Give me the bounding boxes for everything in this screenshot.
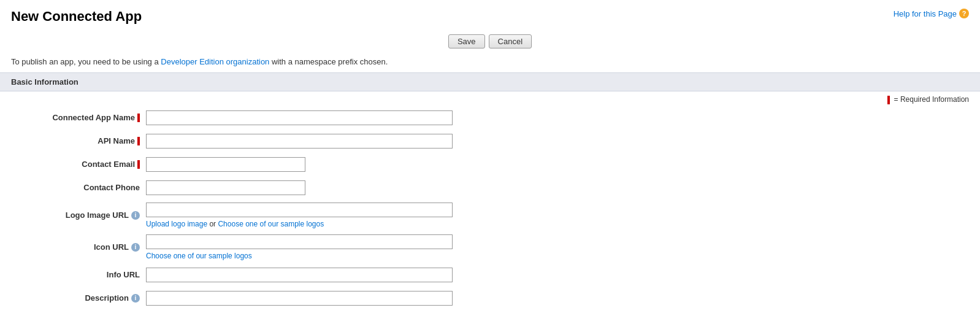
label-icon-url: Icon URL i [11,242,146,252]
choose-sample-logos-link-logo[interactable]: Choose one of our sample logos [218,220,324,228]
input-api-name[interactable] [146,134,453,149]
page-wrapper: New Connected App Help for this Page ? S… [0,0,980,332]
info-text: To publish an app, you need to be using … [0,55,980,72]
input-icon-url[interactable] [146,234,453,249]
field-info-url [146,268,453,282]
label-connected-app-name: Connected App Name [11,113,146,122]
field-description [146,291,453,306]
save-button[interactable]: Save [448,34,485,48]
form-row-icon-url: Icon URL i Choose one of our sample logo… [11,234,969,260]
upload-logo-link[interactable]: Upload logo image [146,220,207,228]
label-info-url: Info URL [11,270,146,279]
form-row-connected-app-name: Connected App Name [11,109,969,126]
field-contact-email [146,157,305,172]
developer-edition-link[interactable]: Developer Edition organization [161,57,269,66]
field-connected-app-name [146,110,453,125]
input-contact-phone[interactable] [146,180,305,195]
help-link-container: Help for this Page ? [894,9,969,18]
form-row-logo-image-url: Logo Image URL i Upload logo image or Ch… [11,203,969,228]
helper-links-icon-url: Choose one of our sample logos [146,252,453,260]
label-text-logo-image-url: Logo Image URL [66,210,129,220]
input-connected-app-name[interactable] [146,110,453,125]
label-contact-email: Contact Email [11,160,146,169]
required-indicator-connected-app-name [137,114,140,122]
label-text-contact-email: Contact Email [82,160,135,169]
label-text-connected-app-name: Connected App Name [52,113,135,122]
input-description[interactable] [146,291,453,306]
form-row-contact-email: Contact Email [11,156,969,173]
form-body: Connected App Name API Name Contact Emai… [0,107,980,315]
label-text-icon-url: Icon URL [94,242,129,252]
required-legend-text: = Required Information [894,95,969,104]
input-logo-image-url[interactable] [146,203,453,217]
label-logo-image-url: Logo Image URL i [11,210,146,220]
label-text-api-name: API Name [98,136,135,145]
label-text-contact-phone: Contact Phone [83,183,140,192]
field-contact-phone [146,180,305,195]
label-contact-phone: Contact Phone [11,183,146,192]
field-icon-url: Choose one of our sample logos [146,234,453,260]
label-description: Description i [11,293,146,303]
choose-sample-logos-link-icon[interactable]: Choose one of our sample logos [146,252,252,260]
info-icon-description[interactable]: i [131,294,140,303]
label-text-description: Description [85,293,129,303]
label-text-info-url: Info URL [107,270,140,279]
form-row-api-name: API Name [11,133,969,150]
form-row-info-url: Info URL [11,266,969,284]
help-icon[interactable]: ? [959,9,969,18]
input-contact-email[interactable] [146,157,305,172]
page-title: New Connected App [11,9,142,25]
required-bar-legend [887,96,890,104]
required-indicator-contact-email [137,160,140,169]
section-title: Basic Information [11,77,78,87]
field-logo-image-url: Upload logo image or Choose one of our s… [146,203,453,228]
field-api-name [146,134,453,149]
help-link[interactable]: Help for this Page [894,9,957,18]
form-row-contact-phone: Contact Phone [11,179,969,196]
section-header: Basic Information [0,72,980,91]
label-api-name: API Name [11,136,146,145]
toolbar: Save Cancel [0,31,980,55]
form-row-description: Description i [11,290,969,307]
helper-links-logo-image-url: Upload logo image or Choose one of our s… [146,220,453,228]
required-info: = Required Information [0,91,980,107]
input-info-url[interactable] [146,268,453,282]
page-header: New Connected App Help for this Page ? [0,0,980,31]
helper-or-text: or [209,220,218,228]
info-icon-logo-image-url[interactable]: i [131,211,140,220]
info-icon-icon-url[interactable]: i [131,243,140,252]
required-indicator-api-name [137,137,140,145]
cancel-button[interactable]: Cancel [489,34,532,48]
